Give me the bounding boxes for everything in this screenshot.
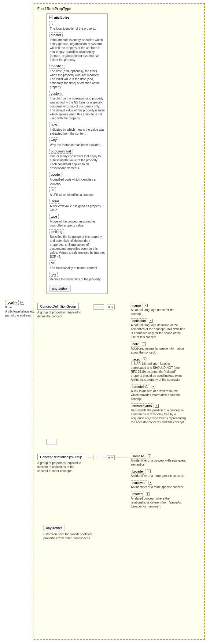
attr-id: id The local identifier of the property. [49, 21, 105, 31]
right-narrower-label: narrower [131, 480, 147, 485]
rel-connector-line-1 [87, 458, 94, 458]
def-group-range-inner: 0..∞ [108, 305, 113, 309]
attr-name-id: id [49, 21, 55, 26]
attr-desc-role: Refines the semantics of the property. [49, 277, 105, 281]
attr-name-why: why [49, 137, 58, 142]
rel-connector-line-2 [104, 458, 107, 458]
right-facet-desc: In NAR 1.8 and later, facet is deprecate… [131, 362, 186, 382]
bottom-any-other-desc: Extension point for provider-defined pro… [43, 532, 105, 540]
def-group-range-bracket: 0..∞ [107, 305, 114, 309]
attr-desc-how: Indicates by which means the value was e… [49, 128, 105, 136]
concept-rel-group-desc: A group of properties required to indica… [37, 461, 85, 473]
concept-def-group-container: ConceptDefinitionGroup A group of proper… [37, 303, 86, 318]
attr-name-creator: creator [49, 32, 63, 37]
any-other-attr: any #other [49, 286, 71, 292]
attr-desc-literal: A free-text value assigned as property v… [49, 204, 105, 212]
right-same-as-label: sameAs [131, 454, 146, 459]
connector-line-3 [115, 307, 130, 307]
attr-name-modified: modified [49, 64, 65, 69]
right-note-label: note [131, 342, 140, 346]
right-item-facet: facet + In NAR 1.8 and later, facet is d… [131, 357, 201, 382]
attr-type: type A type of the concept assigned as c… [49, 214, 105, 227]
attr-qcode: qcode A qualified code which identifies … [49, 172, 105, 185]
concept-def-group-box: ConceptDefinitionGroup [37, 303, 79, 310]
related-expand-btn[interactable]: + [146, 492, 149, 496]
right-item-hierarchy-info: hierarchyInfo + Represents the position … [131, 403, 201, 424]
attr-desc-type: A type of the concept assigned as contro… [49, 219, 105, 227]
right-item-related: related + A related concept, where the r… [131, 492, 201, 508]
attr-xmllang: xmllang Specifies the language of this p… [49, 229, 105, 259]
right-remote-info-desc: A link to an item or a web resource whic… [131, 389, 186, 401]
attr-name-how: how [49, 122, 58, 127]
right-same-as-desc: An identifier of a concept with equivale… [131, 459, 186, 466]
locality-name: locality [5, 300, 19, 305]
attr-name-uri: uri [49, 187, 56, 192]
right-item-note: note + Additional natural language infor… [131, 342, 201, 354]
attr-custom: custom If set to true the corresponding … [49, 91, 105, 120]
note-expand-btn[interactable]: + [142, 342, 146, 346]
attr-name-custom: custom [49, 91, 63, 96]
right-hierarchy-info-desc: Represents the position of a concept in … [131, 408, 186, 424]
right-item-same-as: sameAs + An identifier of a concept with… [131, 454, 201, 466]
attr-desc-custom: If set to true the corresponding propert… [49, 96, 105, 120]
attr-modified: modified The date (and, optionally, the … [49, 64, 105, 89]
locality-range: 0...∞ [5, 305, 36, 309]
connector-dots-1: ···· [94, 304, 104, 310]
attr-desc-uri: A URI which identifies a concept. [49, 193, 105, 197]
name-expand-btn[interactable]: + [144, 304, 148, 307]
attr-desc-dir: The directionality of textual content. [49, 266, 105, 270]
right-related-label: related [131, 492, 144, 496]
rel-group-range-bracket: 0..∞ [107, 455, 114, 460]
facet-expand-btn[interactable]: + [143, 358, 146, 361]
right-item-definition: definition + A natural language definiti… [131, 318, 201, 339]
middle-connector-row: ···· [37, 439, 201, 444]
middle-connector-dots: ···· [46, 439, 57, 444]
connector-line-1 [87, 307, 94, 307]
attr-desc-modified: The date (and, optionally, the time) whe… [49, 69, 105, 89]
attr-desc-qcode: A qualified code which identifies a conc… [49, 178, 105, 185]
right-item-narrower: narrower + An identifier of a more speci… [131, 480, 201, 489]
right-item-remote-info: remoteInfo + A link to an item or a web … [131, 384, 201, 401]
def-group-right-items: name + A natural language name for the c… [131, 303, 201, 427]
attr-desc-id: The local identifier of the property. [49, 27, 105, 31]
definition-expand-btn[interactable]: + [149, 319, 153, 323]
rel-group-right-items: sameAs + An identifier of a concept with… [131, 454, 201, 511]
right-definition-label: definition [131, 318, 147, 323]
same-as-expand-btn[interactable]: + [148, 454, 151, 458]
right-note-desc: Additional natural language information … [131, 346, 186, 354]
attr-creator: creator If the attribute is empty, speci… [49, 32, 105, 62]
remote-info-expand-btn[interactable]: + [152, 385, 155, 388]
rel-connector-dots: ···· [94, 455, 104, 460]
locality-container: locality + 0...∞ A city/town/village etc… [5, 300, 36, 317]
attributes-label: attributes [54, 16, 69, 19]
attr-uri: uri A URI which identifies a concept. [49, 187, 105, 197]
attr-desc-pubconstraint: One or many constraints that apply to pu… [49, 154, 105, 170]
locality-desc: A city/town/village etc. part of the add… [5, 309, 36, 317]
broader-expand-btn[interactable]: + [147, 470, 151, 473]
attr-name-literal: literal [49, 199, 60, 204]
narrower-expand-btn[interactable]: + [149, 481, 152, 485]
right-hierarchy-info-label: hierarchyInfo [131, 403, 153, 408]
attr-how: how Indicates by which means the value w… [49, 122, 105, 136]
attributes-box: − attributes id The local identifier of … [46, 13, 108, 294]
right-item-broader: broader + An identifier of a more generi… [131, 469, 201, 478]
right-name-desc: A natural language name for the concept. [131, 308, 186, 316]
right-remote-info-label: remoteInfo [131, 384, 150, 389]
locality-expand-button[interactable]: + [20, 301, 24, 305]
bottom-any-other-box: any #other [43, 525, 65, 531]
rel-group-range-inner: 0..∞ [108, 456, 113, 459]
page-container: Flex1RolePropType − attributes id The lo… [0, 0, 210, 644]
collapse-button[interactable]: − [49, 16, 53, 19]
bottom-any-other-container: any #other Extension point for provider-… [43, 523, 201, 540]
schema-title: Flex1RolePropType [37, 7, 201, 11]
hierarchy-info-expand-btn[interactable]: + [155, 404, 159, 408]
attr-pubconstraint: pubconstraint One or many constraints th… [49, 149, 105, 170]
attr-name-type: type [49, 214, 59, 219]
attr-desc-creator: If the attribute is empty, specifies whi… [49, 38, 105, 62]
concept-rel-group-box: ConceptRelationshipsGroup [37, 454, 85, 460]
attr-name-qcode: qcode [49, 172, 61, 177]
attr-name-dir: dir [49, 260, 56, 265]
concept-rel-group-container: ConceptRelationshipsGroup A group of pro… [37, 454, 86, 473]
right-broader-desc: An identifier of a more generic concept. [131, 474, 186, 478]
attr-literal: literal A free-text value assigned as pr… [49, 199, 105, 212]
